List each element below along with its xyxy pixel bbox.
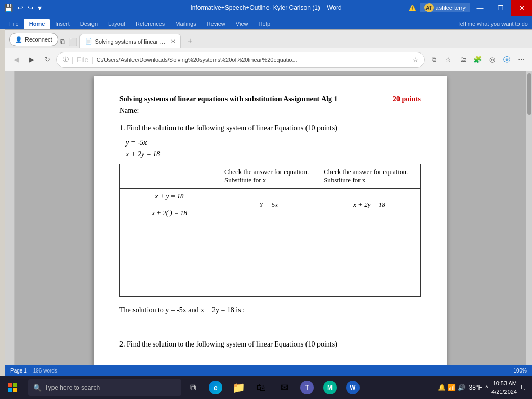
tab-close-icon[interactable]: ✕	[171, 38, 175, 44]
tab-help[interactable]: Help	[253, 19, 275, 29]
tab-mailings[interactable]: Mailings	[170, 19, 201, 29]
page: 💾 ↩ ↪ ▾ Informative+Speech+Outline- Kyle…	[0, 0, 532, 399]
mail-icon[interactable]: ✉	[273, 376, 296, 399]
warning-icon: ⚠️	[409, 5, 416, 11]
temperature: 38°F	[469, 384, 482, 391]
address-sep2: |	[91, 56, 94, 64]
tab-view[interactable]: View	[231, 19, 254, 29]
table-lhs-header	[120, 164, 219, 189]
titlebar-right: ⚠️ AT ashlee terry — ❐ ✕	[405, 0, 532, 16]
tab-insert[interactable]: Insert	[50, 19, 75, 29]
search-placeholder: Type here to search	[45, 384, 100, 391]
tab-references[interactable]: References	[130, 19, 170, 29]
work-lhs	[120, 221, 219, 297]
address-input[interactable]: ⓘ | File | C:/Users/Ashlee/Downloads/Sol…	[56, 52, 425, 68]
edge-address-bar: ◀ ▶ ↻ ⓘ | File | C:/Users/Ashlee/Downloa…	[5, 48, 532, 71]
table-header-row: Check the answer for equation. Substitut…	[120, 164, 421, 189]
table-mid-header: Check the answer for equation. Substitut…	[219, 164, 318, 189]
svg-rect-1	[13, 383, 17, 387]
split-view-icon[interactable]: ⧉	[427, 53, 441, 66]
file-explorer-icon[interactable]: 📁	[227, 376, 250, 399]
edge-logo-icon[interactable]: ⓔ	[500, 53, 513, 66]
notification-icon[interactable]: 🔔	[438, 384, 446, 391]
tab-layout[interactable]: Layout	[103, 19, 130, 29]
lhs-eq2: x + 2( ) = 18	[125, 209, 214, 217]
weather-display: 38°F	[469, 384, 482, 391]
word-title: Informative+Speech+Outline- Kyler Carlso…	[190, 4, 341, 11]
page-indicator: Page 1	[10, 368, 27, 374]
volume-icon[interactable]: 🔊	[458, 384, 466, 391]
tell-me-box[interactable]: Tell me what you want to do	[453, 19, 532, 29]
doc-title: Solving systems of linear equations with…	[119, 95, 337, 103]
star-icon[interactable]: ☆	[413, 56, 418, 63]
doc-solution: The solution to y = -5x and x + 2y = 18 …	[119, 306, 421, 314]
refresh-button[interactable]: ↻	[41, 53, 54, 66]
search-icon: 🔍	[33, 384, 42, 392]
address-separator: |	[72, 56, 74, 64]
address-right-icons: ☆	[413, 56, 418, 63]
store-bag-icon: 🛍	[257, 382, 266, 393]
reconnect-button[interactable]: 👤 Reconnect	[9, 33, 58, 46]
rhs-header1: Check the answer for equation.	[324, 168, 408, 176]
new-tab-button[interactable]: +	[183, 34, 197, 48]
edge-icon: e	[214, 383, 218, 392]
word-taskbar-icon[interactable]: W	[341, 376, 364, 399]
word-dropdown-icon[interactable]: ▾	[38, 4, 42, 12]
forward-button[interactable]: ▶	[25, 53, 38, 66]
restore-button[interactable]: ❐	[490, 0, 511, 16]
date-display: 4/21/2024	[491, 388, 517, 396]
profile-icon[interactable]: ◎	[485, 53, 499, 66]
document-area: Solving systems of linear equations with…	[15, 71, 526, 376]
notification-badge-area[interactable]: 🗩	[520, 384, 527, 392]
wifi-icon[interactable]: 📶	[448, 384, 456, 391]
minimize-button[interactable]: —	[470, 0, 490, 16]
edge-taskbar-icon[interactable]: e	[204, 376, 227, 399]
doc-points: 20 points	[393, 95, 421, 103]
teams-icon[interactable]: T	[296, 376, 318, 399]
tab-review[interactable]: Review	[202, 19, 231, 29]
reconnect-label: Reconnect	[25, 36, 52, 43]
titlebar-left: 💾 ↩ ↪ ▾	[0, 4, 42, 12]
taskbar: 🔍 Type here to search ⧉ e 📁 🛍 ✉ T	[0, 376, 532, 399]
edge-scrollbar[interactable]	[526, 71, 532, 376]
word-count: 196 words	[33, 368, 57, 374]
scrollbar-thumb[interactable]	[527, 73, 531, 115]
favorites-icon[interactable]: ☆	[442, 53, 455, 66]
doc-name-label: Name:	[119, 107, 139, 114]
system-icons-up[interactable]: ^	[485, 384, 488, 392]
doc-eq1: y = -5x	[126, 139, 421, 147]
tab-label: Solving systems of linear equatio	[95, 38, 167, 45]
word-redo-icon[interactable]: ↪	[28, 4, 34, 12]
maps-icon[interactable]: M	[318, 376, 341, 399]
windows-icon	[8, 383, 18, 392]
close-button[interactable]: ✕	[511, 0, 532, 16]
tab-file[interactable]: File	[4, 19, 24, 29]
extensions-icon[interactable]: 🧩	[471, 53, 484, 66]
collections-icon[interactable]: 🗂	[456, 53, 470, 66]
start-button[interactable]	[0, 376, 26, 399]
tab-group-icon-2[interactable]: ⬜	[69, 38, 77, 46]
store-icon[interactable]: 🛍	[250, 376, 273, 399]
user-avatar: AT	[424, 3, 434, 12]
tab-group-icon-1[interactable]: ⧉	[60, 37, 65, 46]
teams-circle: T	[300, 381, 314, 394]
clock: 10:53 AM 4/21/2024	[491, 379, 517, 396]
word-save-icon[interactable]: 💾	[4, 4, 13, 12]
lhs-eq1: x + y = 18	[125, 192, 214, 201]
work-mid	[219, 221, 318, 297]
maps-circle: M	[323, 381, 337, 394]
browser-tab-active[interactable]: 📄 Solving systems of linear equatio ✕	[79, 34, 181, 48]
taskbar-search[interactable]: 🔍 Type here to search	[28, 379, 181, 396]
word-ribbon-tabs: File Home Insert Design Layout Reference…	[0, 16, 532, 29]
zoom-level: 100%	[513, 368, 527, 374]
back-button[interactable]: ◀	[9, 53, 23, 66]
more-icon[interactable]: ⋯	[514, 53, 528, 66]
tab-design[interactable]: Design	[75, 19, 103, 29]
word-undo-icon[interactable]: ↩	[17, 4, 23, 12]
address-file-label: File	[77, 56, 89, 64]
tab-group-icons: ⧉ ⬜	[60, 37, 77, 46]
tab-home[interactable]: Home	[24, 19, 50, 29]
task-view-button[interactable]: ⧉	[181, 376, 204, 399]
titlebar-user[interactable]: AT ashlee terry	[420, 3, 470, 12]
table-rhs-subst: x + 2y = 18	[318, 189, 421, 221]
